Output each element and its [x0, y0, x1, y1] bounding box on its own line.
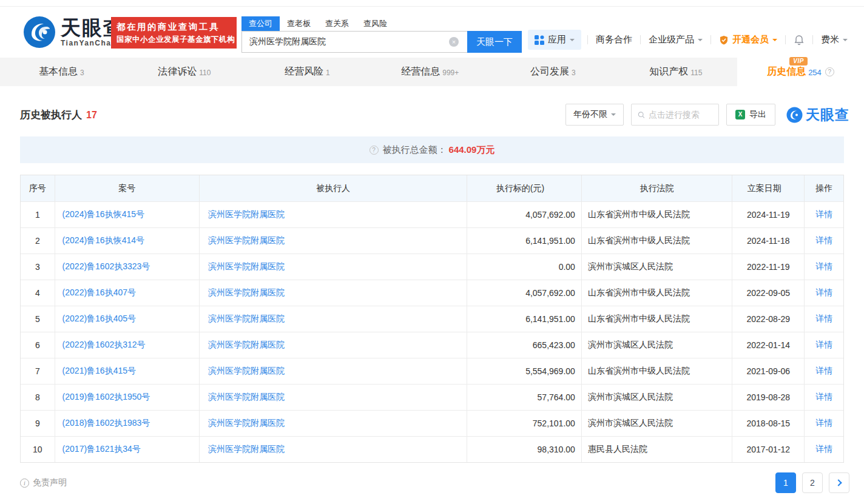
apps-menu-label: 应用	[548, 34, 566, 45]
cell-amount: 752,101.00	[467, 411, 582, 436]
case-number-link[interactable]: (2022)鲁1602执312号	[62, 340, 146, 351]
table-row: 3 (2022)鲁1602执3323号 滨州医学院附属医院 0.00 滨州市滨城…	[21, 254, 843, 280]
apps-menu[interactable]: 应用	[528, 30, 581, 50]
detail-link[interactable]: 详情	[815, 314, 832, 324]
executed-person-link[interactable]: 滨州医学院附属医院	[208, 209, 285, 220]
tianyancha-logo-icon	[23, 16, 56, 49]
apps-grid-icon	[535, 35, 544, 45]
sort-amount-icon[interactable]	[547, 183, 552, 194]
page-button-2[interactable]: 2	[802, 472, 823, 493]
table-row: 5 (2022)鲁16执405号 滨州医学院附属医院 6,141,951.00 …	[21, 306, 843, 332]
cell-date: 2022-08-29	[732, 306, 805, 332]
detail-link[interactable]: 详情	[815, 287, 832, 298]
table-row: 1 (2024)鲁16执恢415号 滨州医学院附属医院 4,057,692.00…	[21, 201, 843, 227]
tab-business-info[interactable]: 经营信息 999+ ?	[369, 58, 492, 86]
tab-intellectual-property[interactable]: 知识产权 115 ?	[615, 58, 738, 86]
table-row: 6 (2022)鲁1602执312号 滨州医学院附属医院 665,423.00 …	[21, 332, 843, 358]
executed-person-link[interactable]: 滨州医学院附属医院	[208, 287, 285, 298]
page-button-1[interactable]: 1	[775, 472, 796, 493]
header-action: 操作	[805, 175, 843, 201]
executed-person-link[interactable]: 滨州医学院附属医院	[208, 392, 285, 403]
cell-court: 滨州市滨城区人民法院	[582, 411, 732, 436]
detail-link[interactable]: 详情	[815, 235, 832, 246]
search-tab-boss[interactable]: 查老板	[280, 16, 318, 31]
case-number-link[interactable]: (2017)鲁1621执34号	[62, 444, 141, 455]
cell-date: 2022-11-19	[732, 254, 805, 280]
table-search-input[interactable]	[649, 110, 712, 119]
header-case-number: 案号	[55, 175, 200, 201]
tab-count: 3	[80, 69, 84, 77]
detail-link[interactable]: 详情	[815, 340, 832, 351]
case-number-link[interactable]: (2022)鲁1602执3323号	[62, 261, 150, 272]
case-number-link[interactable]: (2022)鲁16执407号	[62, 287, 136, 298]
username-menu[interactable]: 费米	[813, 34, 856, 45]
tab-count: 254	[808, 68, 822, 77]
case-number-link[interactable]: (2022)鲁16执405号	[62, 314, 136, 324]
cell-index: 4	[21, 280, 55, 306]
cell-date: 2024-11-18	[732, 228, 805, 254]
case-number-link[interactable]: (2024)鲁16执恢414号	[62, 235, 144, 246]
detail-link[interactable]: 详情	[815, 209, 832, 220]
tab-legal-proceedings[interactable]: 法律诉讼 110 ?	[123, 58, 246, 86]
search-icon	[638, 110, 645, 119]
case-number-link[interactable]: (2018)鲁1602执1983号	[62, 418, 150, 429]
search-tab-company[interactable]: 查公司	[241, 16, 280, 31]
detail-link[interactable]: 详情	[815, 261, 832, 272]
disclaimer-link[interactable]: i 免责声明	[20, 477, 67, 488]
help-icon[interactable]: ?	[370, 146, 379, 155]
table-row: 7 (2021)鲁16执415号 滨州医学院附属医院 5,554,969.00 …	[21, 358, 843, 384]
cell-index: 7	[21, 358, 55, 384]
executed-person-link[interactable]: 滨州医学院附属医院	[208, 340, 285, 351]
detail-link[interactable]: 详情	[815, 392, 832, 403]
case-number-link[interactable]: (2019)鲁1602执1950号	[62, 392, 150, 403]
bell-icon	[794, 35, 805, 45]
tab-count: 3	[572, 69, 576, 77]
case-number-link[interactable]: (2021)鲁16执415号	[62, 366, 136, 377]
enterprise-products-menu[interactable]: 企业级产品	[641, 34, 710, 45]
slogan-line1: 都在用的商业查询工具	[116, 21, 231, 33]
executed-person-link[interactable]: 滨州医学院附属医院	[208, 261, 285, 272]
detail-link[interactable]: 详情	[815, 444, 832, 455]
case-number-link[interactable]: (2024)鲁16执恢415号	[62, 209, 144, 220]
slogan-badge: 都在用的商业查询工具 国家中小企业发展子基金旗下机构	[111, 17, 237, 49]
header-amount: 执行标的(元)	[496, 183, 544, 194]
tab-business-risk[interactable]: 经营风险 1 ?	[246, 58, 369, 86]
search-tab-relation[interactable]: 查关系	[318, 16, 356, 31]
vip-membership-menu[interactable]: 开通会员	[711, 34, 785, 45]
detail-link[interactable]: 详情	[815, 418, 832, 429]
next-page-button[interactable]	[829, 472, 849, 493]
cell-index: 3	[21, 254, 55, 280]
search-submit-button[interactable]: 天眼一下	[467, 31, 522, 53]
cell-court: 山东省滨州市中级人民法院	[582, 202, 732, 227]
table-search-box[interactable]	[631, 104, 719, 126]
cell-amount: 5,554,969.00	[467, 358, 582, 384]
cell-index: 2	[21, 228, 55, 254]
export-button[interactable]: X 导出	[726, 104, 775, 126]
help-icon[interactable]: ?	[825, 67, 834, 76]
tab-label: 经营信息	[401, 66, 440, 78]
chevron-down-icon	[570, 39, 575, 44]
search-tab-risk[interactable]: 查风险	[356, 16, 394, 31]
executed-person-link[interactable]: 滨州医学院附属医院	[208, 418, 285, 429]
cell-index: 10	[21, 437, 55, 462]
tab-company-development[interactable]: 公司发展 3 ?	[491, 58, 615, 86]
tab-history-info[interactable]: VIP 历史信息 254 ?	[737, 58, 864, 86]
clear-search-icon[interactable]: ×	[449, 37, 459, 47]
tab-basic-info[interactable]: 基本信息 3 ?	[0, 58, 123, 86]
business-cooperation-link[interactable]: 商务合作	[588, 34, 640, 45]
chevron-down-icon	[611, 113, 616, 118]
executed-person-link[interactable]: 滨州医学院附属医院	[208, 235, 285, 246]
company-search-input[interactable]	[241, 31, 467, 53]
year-filter-dropdown[interactable]: 年份不限	[565, 104, 624, 126]
executed-person-link[interactable]: 滨州医学院附属医院	[208, 314, 285, 324]
cell-court: 滨州市滨城区人民法院	[582, 254, 732, 280]
executed-person-link[interactable]: 滨州医学院附属医院	[208, 366, 285, 377]
tianyancha-watermark-icon	[786, 107, 803, 123]
notification-bell[interactable]	[786, 35, 812, 45]
section-bar: 历史被执行人 17 年份不限 X 导出 天眼查	[20, 103, 849, 126]
sort-date-icon[interactable]	[785, 183, 789, 194]
header-court: 执行法院	[582, 175, 732, 201]
executed-person-link[interactable]: 滨州医学院附属医院	[208, 444, 285, 455]
tab-count: 999+	[442, 69, 459, 77]
detail-link[interactable]: 详情	[815, 366, 832, 377]
